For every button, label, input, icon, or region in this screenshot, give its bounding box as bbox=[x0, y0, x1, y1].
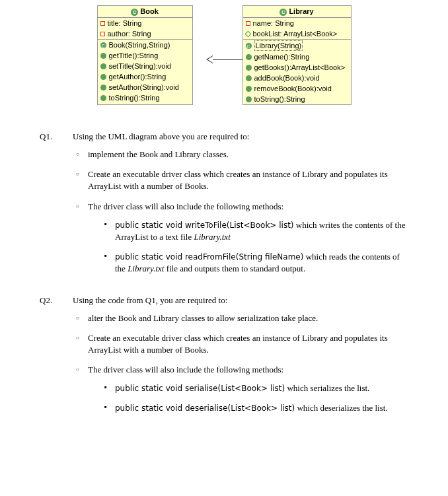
constructor-icon bbox=[246, 43, 252, 49]
code-text: public static void writeToFile(List<Book… bbox=[115, 221, 294, 230]
uml-member-text: toString():String bbox=[254, 94, 305, 104]
method-icon bbox=[100, 63, 106, 69]
uml-member-text: Book(String,String) bbox=[109, 40, 170, 50]
code-text: public static void deserialise(List<Book… bbox=[115, 404, 295, 413]
uml-row: getTitle():String bbox=[98, 50, 192, 61]
question-1: Q1. Using the UML diagram above you are … bbox=[40, 131, 408, 275]
private-attr-icon bbox=[100, 21, 105, 26]
uml-row: toString():String bbox=[243, 94, 351, 104]
uml-class-book: C Book title: Stringauthor: String Book(… bbox=[97, 5, 193, 105]
uml-member-text: name: String bbox=[253, 18, 294, 28]
method-icon bbox=[246, 54, 252, 60]
private-attr-icon bbox=[100, 32, 105, 36]
uml-member-text: getName():String bbox=[254, 52, 310, 61]
filename: Library.txt bbox=[194, 232, 231, 242]
package-attr-icon bbox=[244, 30, 251, 37]
uml-row: addBook(Book):void bbox=[243, 73, 351, 83]
document-body: Q1. Using the UML diagram above you are … bbox=[0, 118, 448, 448]
uml-member-text: setTitle(String):void bbox=[109, 61, 171, 71]
q1-sublist: public static void writeToFile(List<Book… bbox=[88, 219, 408, 275]
q2-sublist: public static void serialise(List<Book> … bbox=[88, 382, 408, 414]
uml-member-text: bookList: ArrayList<Book> bbox=[253, 29, 338, 38]
uml-row: setTitle(String):void bbox=[98, 61, 192, 71]
attributes-section: name: StringbookList: ArrayList<Book> bbox=[243, 18, 351, 40]
list-item: implement the Book and Library classes. bbox=[76, 149, 408, 160]
list-item: public static void readFromFile(String f… bbox=[104, 251, 408, 275]
list-item: Create an executable driver class which … bbox=[76, 332, 408, 356]
method-icon bbox=[246, 75, 252, 81]
list-item: The driver class will also include the f… bbox=[76, 364, 408, 415]
uml-row: removeBook(Book):void bbox=[243, 83, 351, 94]
class-header: C Library bbox=[243, 6, 351, 18]
method-icon bbox=[246, 65, 252, 71]
list-item: Create an executable driver class which … bbox=[76, 168, 408, 192]
uml-member-text: author: String bbox=[108, 29, 151, 38]
uml-row: setAuthor(String):void bbox=[98, 82, 192, 92]
list-item: public static void writeToFile(List<Book… bbox=[104, 219, 408, 243]
code-text: public static void serialise(List<Book> … bbox=[115, 384, 285, 393]
list-item: public static void serialise(List<Book> … bbox=[104, 382, 408, 394]
uml-member-text: getAuthor():String bbox=[109, 72, 167, 81]
method-icon bbox=[100, 85, 106, 90]
q2-lead: Using the code from Q1, you are required… bbox=[73, 295, 227, 306]
q2-list: alter the Book and Library classes to al… bbox=[40, 312, 408, 415]
uml-row: toString():String bbox=[98, 92, 192, 103]
association-arrow bbox=[206, 55, 213, 63]
methods-section: Book(String,String)getTitle():StringsetT… bbox=[98, 40, 192, 103]
list-item: alter the Book and Library classes to al… bbox=[76, 312, 408, 324]
question-2: Q2. Using the code from Q1, you are requ… bbox=[40, 295, 408, 415]
class-title: Book bbox=[140, 7, 159, 15]
uml-class-library: C Library name: StringbookList: ArrayLis… bbox=[243, 5, 352, 105]
method-icon bbox=[100, 74, 106, 80]
uml-row: author: String bbox=[98, 28, 192, 39]
uml-member-text: removeBook(Book):void bbox=[254, 84, 332, 93]
constructor-icon bbox=[100, 42, 106, 48]
list-item: The driver class will also include the f… bbox=[76, 201, 408, 275]
q1-lead: Using the UML diagram above you are requ… bbox=[73, 131, 249, 142]
filename: Library.txt bbox=[128, 264, 164, 273]
class-title: Library bbox=[289, 7, 313, 15]
uml-member-text: title: String bbox=[108, 18, 142, 28]
uml-member-text: addBook(Book):void bbox=[254, 73, 320, 83]
uml-row: bookList: ArrayList<Book> bbox=[243, 28, 351, 39]
uml-member-text: setAuthor(String):void bbox=[109, 83, 179, 92]
class-icon: C bbox=[280, 9, 287, 16]
method-icon bbox=[246, 96, 252, 102]
attributes-section: title: Stringauthor: String bbox=[98, 18, 192, 40]
uml-row: title: String bbox=[98, 18, 192, 28]
q2-label: Q2. bbox=[40, 295, 59, 306]
q1-list: implement the Book and Library classes. … bbox=[40, 149, 408, 275]
uml-member-text: toString():String bbox=[109, 93, 160, 102]
uml-row: Library(String) bbox=[243, 40, 351, 52]
uml-row: name: String bbox=[243, 18, 351, 28]
uml-member-text: getTitle():String bbox=[109, 51, 159, 60]
methods-section: Library(String)getName():StringgetBooks(… bbox=[243, 40, 351, 104]
list-item: public static void deserialise(List<Book… bbox=[104, 402, 408, 414]
method-icon bbox=[100, 53, 106, 59]
uml-member-text: getBooks():ArrayList<Book> bbox=[254, 63, 346, 72]
method-icon bbox=[100, 95, 106, 101]
private-attr-icon bbox=[246, 21, 250, 26]
uml-row: getBooks():ArrayList<Book> bbox=[243, 62, 351, 73]
class-header: C Book bbox=[98, 6, 192, 18]
uml-row: getAuthor():String bbox=[98, 71, 192, 82]
uml-diagram: C Book title: Stringauthor: String Book(… bbox=[0, 0, 448, 118]
uml-row: Book(String,String) bbox=[98, 40, 192, 50]
class-icon: C bbox=[131, 9, 138, 16]
uml-member-text: Library(String) bbox=[254, 40, 303, 51]
uml-row: getName():String bbox=[243, 52, 351, 62]
q1-label: Q1. bbox=[40, 131, 59, 142]
code-text: public static void readFromFile(String f… bbox=[115, 252, 303, 262]
method-icon bbox=[246, 86, 252, 92]
